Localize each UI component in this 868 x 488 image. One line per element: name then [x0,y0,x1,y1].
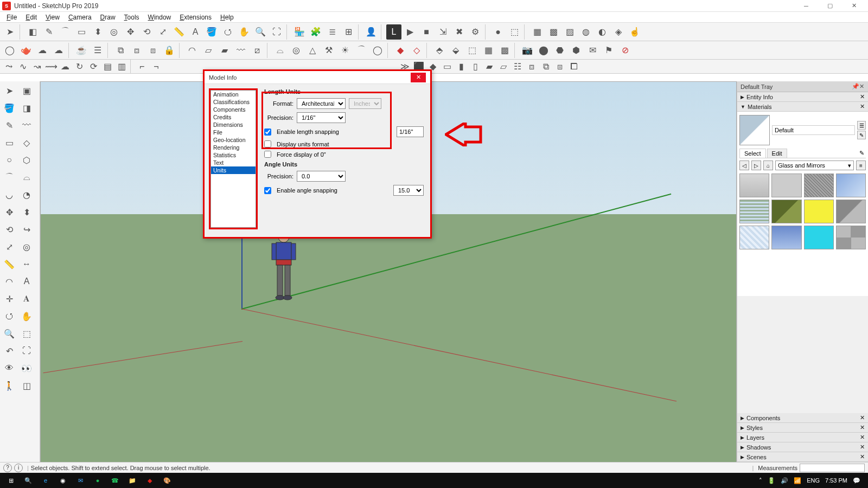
lt-polygon-icon[interactable]: ⬡ [18,152,35,168]
circle-o-icon[interactable]: ◯ [2,43,17,58]
t3-18-icon[interactable]: ▰ [483,61,496,73]
signin-icon[interactable]: 👤 [363,24,379,40]
lt-line-icon[interactable]: ✎ [1,117,17,133]
arc-icon[interactable]: ⌒ [58,24,73,40]
search-icon[interactable]: 🔍 [20,473,37,488]
menu-edit[interactable]: Edit [21,12,41,22]
tray-shadows[interactable]: ▶Shadows✕ [737,442,868,452]
cat-rendering[interactable]: Rendering [211,144,256,151]
tray-wifi-icon[interactable]: 📶 [794,477,801,484]
menu-window[interactable]: Window [144,12,176,22]
status-help-icon[interactable]: ? [3,464,12,472]
cat-geolocation[interactable]: Geo-location [211,136,256,144]
swatch-9[interactable] [739,226,769,249]
cat-statistics[interactable]: Statistics [211,151,256,159]
eraser-icon[interactable]: ◧ [25,24,40,40]
style5-icon[interactable]: ◐ [595,24,610,40]
scene-prev-icon[interactable]: ⧈ [129,43,144,58]
t3-17-icon[interactable]: ▯ [469,61,482,73]
t3-24-icon[interactable]: ⧠ [567,61,580,73]
rb3-icon[interactable]: ⬚ [464,43,480,58]
scale-icon[interactable]: ⤢ [155,24,170,40]
lt-freehand-icon[interactable]: 〰 [18,117,35,133]
material-name-input[interactable] [772,125,855,135]
lt-3dtext-icon[interactable]: 𝐀 [18,291,35,307]
lt-protractor-icon[interactable]: ◠ [1,273,17,290]
tray-scenes[interactable]: ▶Scenes✕ [737,452,868,462]
t3-22-icon[interactable]: ⧉ [539,61,552,73]
t3-21-icon[interactable]: ⧈ [525,61,538,73]
teapot-icon[interactable]: 🫖 [18,43,34,58]
swatch-5[interactable] [739,200,769,223]
layers-close-icon[interactable]: ✕ [860,434,865,441]
materials-tab-select[interactable]: Select [739,149,766,158]
group-icon[interactable]: ⬚ [507,24,522,40]
lt-walk-icon[interactable]: 🚶 [1,377,17,394]
cat-file[interactable]: File [211,129,256,136]
cap-icon[interactable]: ⌓ [272,43,288,58]
donut-icon[interactable]: ◯ [370,43,385,58]
lt-pan-icon[interactable]: ✋ [18,308,35,324]
material-preview[interactable] [739,115,770,145]
t3-3-icon[interactable]: ↝ [30,61,43,73]
spotify-icon[interactable]: ● [89,473,106,488]
rb1-icon[interactable]: ⬘ [432,43,447,58]
swatch-3[interactable] [804,174,834,197]
t3-7-icon[interactable]: ⟳ [87,61,100,73]
text-icon[interactable]: A [188,24,203,40]
style3-icon[interactable]: ▨ [562,24,577,40]
status-info-icon[interactable]: i [14,464,23,472]
lt-component-icon[interactable]: ▣ [18,82,35,99]
sun-icon[interactable]: ☀ [337,43,353,58]
tray-styles[interactable]: ▶Styles✕ [737,423,868,433]
tray-materials[interactable]: ▼Materials✕ [737,102,868,112]
swatch-6[interactable] [771,200,801,223]
materials-tab-edit[interactable]: Edit [767,149,787,158]
swatch-2[interactable] [771,174,801,197]
menu-view[interactable]: View [41,12,64,22]
triangle-icon[interactable]: △ [305,43,320,58]
camera-icon[interactable]: 📷 [520,43,535,58]
mail-icon[interactable]: ✉ [72,473,89,488]
sphere-icon[interactable]: ● [490,24,506,40]
lt-3parc-icon[interactable]: ◡ [1,187,17,203]
swatch-10[interactable] [771,226,801,249]
components-close-icon[interactable]: ✕ [860,414,865,421]
lt-zoom-icon[interactable]: 🔍 [1,325,17,342]
box-icon[interactable]: ▱ [201,43,216,58]
lt-2parc-icon[interactable]: ⌓ [18,169,35,185]
tray-close-icon[interactable]: ✕ [858,83,865,90]
slash-icon[interactable]: ⧄ [250,43,265,58]
tray-lang[interactable]: ENG [807,477,820,484]
materials-close-icon[interactable]: ✕ [860,103,865,110]
menu-help[interactable]: Help [216,12,238,22]
style1-icon[interactable]: ▦ [529,24,545,40]
delete-icon[interactable]: ✖ [451,24,467,40]
tray-header[interactable]: Default Tray 📌 ✕ [737,81,868,92]
menu-draw[interactable]: Draw [96,12,120,22]
menu-extensions[interactable]: Extensions [175,12,216,22]
tray-layers[interactable]: ▶Layers✕ [737,433,868,442]
material-sample-icon[interactable]: ✎ [857,131,866,139]
material-create-icon[interactable]: ☰ [857,121,866,130]
pushpull-icon[interactable]: ⬍ [90,24,105,40]
lt-followme-icon[interactable]: ↪ [18,221,35,237]
lt-rotrect-icon[interactable]: ◇ [18,134,35,151]
mat-menu-icon[interactable]: ≡ [856,160,866,170]
minimize-button[interactable]: ─ [794,0,818,12]
t3-11-icon[interactable]: ¬ [150,61,163,73]
lt-pushpull-icon[interactable]: ⬍ [18,204,35,220]
t3-19-icon[interactable]: ▱ [497,61,510,73]
warehouse-icon[interactable]: 🏪 [292,24,307,40]
paint-task-icon[interactable]: 🎨 [158,473,176,488]
menu-file[interactable]: File [2,12,21,22]
cat-dimensions[interactable]: Dimensions [211,121,256,129]
mat-back-icon[interactable]: ◁ [739,160,749,170]
lt-offset-icon[interactable]: ◎ [18,239,35,255]
stop-red-icon[interactable]: ⊘ [617,43,633,58]
extension-icon[interactable]: 🧩 [308,24,323,40]
red2-icon[interactable]: ◇ [409,43,424,58]
rb5-icon[interactable]: ▩ [497,43,512,58]
outliner-icon[interactable]: ⊞ [341,24,356,40]
whatsapp-icon[interactable]: ☎ [106,473,124,488]
